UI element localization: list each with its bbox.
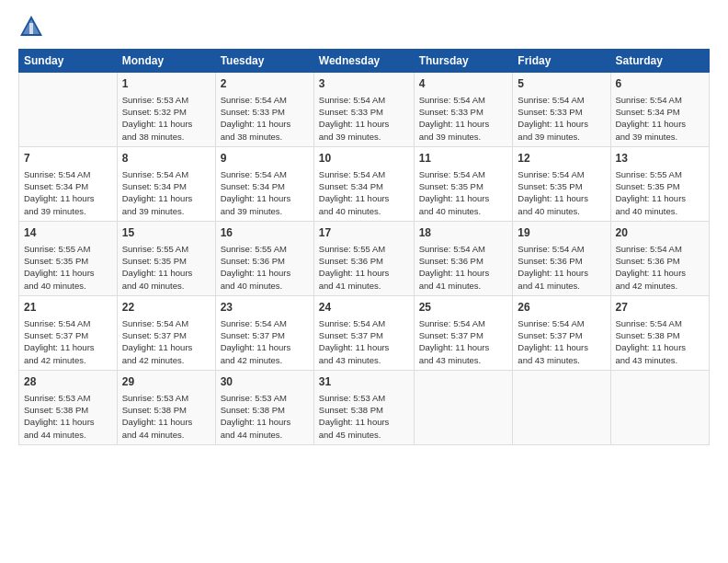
day-number: 17 bbox=[319, 225, 409, 241]
day-number: 26 bbox=[518, 300, 605, 316]
calendar-cell: 14Sunrise: 5:55 AMSunset: 5:35 PMDayligh… bbox=[19, 221, 118, 295]
day-info: Sunrise: 5:54 AMSunset: 5:37 PMDaylight:… bbox=[221, 317, 309, 366]
day-number: 15 bbox=[122, 225, 210, 241]
calendar-cell: 31Sunrise: 5:53 AMSunset: 5:38 PMDayligh… bbox=[313, 370, 414, 444]
day-number: 19 bbox=[518, 225, 605, 241]
week-row-1: 1Sunrise: 5:53 AMSunset: 5:32 PMDaylight… bbox=[19, 73, 710, 147]
weekday-header-tuesday: Tuesday bbox=[215, 50, 313, 73]
calendar-cell: 12Sunrise: 5:54 AMSunset: 5:35 PMDayligh… bbox=[513, 146, 610, 221]
calendar-cell: 17Sunrise: 5:55 AMSunset: 5:36 PMDayligh… bbox=[313, 221, 414, 295]
weekday-header-sunday: Sunday bbox=[19, 50, 118, 73]
calendar-cell: 26Sunrise: 5:54 AMSunset: 5:37 PMDayligh… bbox=[513, 295, 610, 370]
day-number: 24 bbox=[319, 300, 409, 316]
day-info: Sunrise: 5:54 AMSunset: 5:34 PMDaylight:… bbox=[319, 168, 409, 217]
calendar-cell: 1Sunrise: 5:53 AMSunset: 5:32 PMDaylight… bbox=[117, 73, 215, 147]
weekday-header-thursday: Thursday bbox=[414, 50, 513, 73]
day-info: Sunrise: 5:54 AMSunset: 5:37 PMDaylight:… bbox=[419, 317, 508, 366]
weekday-header-monday: Monday bbox=[117, 50, 215, 73]
calendar-cell: 2Sunrise: 5:54 AMSunset: 5:33 PMDaylight… bbox=[215, 73, 313, 147]
day-info: Sunrise: 5:54 AMSunset: 5:34 PMDaylight:… bbox=[221, 168, 309, 217]
day-info: Sunrise: 5:54 AMSunset: 5:37 PMDaylight:… bbox=[518, 317, 605, 366]
day-number: 2 bbox=[221, 76, 309, 92]
day-info: Sunrise: 5:55 AMSunset: 5:35 PMDaylight:… bbox=[616, 168, 705, 217]
day-info: Sunrise: 5:54 AMSunset: 5:35 PMDaylight:… bbox=[518, 168, 605, 217]
day-info: Sunrise: 5:54 AMSunset: 5:33 PMDaylight:… bbox=[419, 94, 508, 143]
week-row-5: 28Sunrise: 5:53 AMSunset: 5:38 PMDayligh… bbox=[19, 370, 710, 444]
day-number: 28 bbox=[24, 374, 112, 390]
calendar-cell: 20Sunrise: 5:54 AMSunset: 5:36 PMDayligh… bbox=[610, 221, 710, 295]
day-number: 30 bbox=[221, 374, 309, 390]
day-info: Sunrise: 5:55 AMSunset: 5:35 PMDaylight:… bbox=[122, 243, 210, 292]
day-info: Sunrise: 5:54 AMSunset: 5:34 PMDaylight:… bbox=[24, 168, 112, 217]
calendar-cell: 7Sunrise: 5:54 AMSunset: 5:34 PMDaylight… bbox=[19, 146, 118, 221]
day-number: 16 bbox=[221, 225, 309, 241]
calendar-cell: 15Sunrise: 5:55 AMSunset: 5:35 PMDayligh… bbox=[117, 221, 215, 295]
calendar-cell bbox=[414, 370, 513, 444]
day-info: Sunrise: 5:55 AMSunset: 5:36 PMDaylight:… bbox=[319, 243, 409, 292]
weekday-header-friday: Friday bbox=[513, 50, 610, 73]
calendar-cell: 28Sunrise: 5:53 AMSunset: 5:38 PMDayligh… bbox=[19, 370, 118, 444]
day-number: 6 bbox=[616, 76, 705, 92]
day-number: 27 bbox=[616, 300, 705, 316]
day-info: Sunrise: 5:54 AMSunset: 5:34 PMDaylight:… bbox=[122, 168, 210, 217]
day-info: Sunrise: 5:54 AMSunset: 5:35 PMDaylight:… bbox=[419, 168, 508, 217]
day-number: 20 bbox=[616, 225, 705, 241]
logo-icon bbox=[18, 14, 44, 40]
day-number: 7 bbox=[24, 151, 112, 167]
calendar-cell: 11Sunrise: 5:54 AMSunset: 5:35 PMDayligh… bbox=[414, 146, 513, 221]
svg-rect-2 bbox=[29, 23, 33, 34]
day-info: Sunrise: 5:54 AMSunset: 5:34 PMDaylight:… bbox=[616, 94, 705, 143]
day-number: 11 bbox=[419, 151, 508, 167]
day-info: Sunrise: 5:54 AMSunset: 5:37 PMDaylight:… bbox=[122, 317, 210, 366]
calendar-cell: 23Sunrise: 5:54 AMSunset: 5:37 PMDayligh… bbox=[215, 295, 313, 370]
calendar-table: SundayMondayTuesdayWednesdayThursdayFrid… bbox=[18, 49, 710, 445]
calendar-cell: 30Sunrise: 5:53 AMSunset: 5:38 PMDayligh… bbox=[215, 370, 313, 444]
day-info: Sunrise: 5:54 AMSunset: 5:33 PMDaylight:… bbox=[518, 94, 605, 143]
calendar-cell: 24Sunrise: 5:54 AMSunset: 5:37 PMDayligh… bbox=[313, 295, 414, 370]
day-info: Sunrise: 5:54 AMSunset: 5:36 PMDaylight:… bbox=[518, 243, 605, 292]
main-container: SundayMondayTuesdayWednesdayThursdayFrid… bbox=[0, 0, 728, 454]
day-info: Sunrise: 5:54 AMSunset: 5:33 PMDaylight:… bbox=[319, 94, 409, 143]
header-area bbox=[18, 14, 710, 40]
calendar-cell: 16Sunrise: 5:55 AMSunset: 5:36 PMDayligh… bbox=[215, 221, 313, 295]
calendar-cell: 27Sunrise: 5:54 AMSunset: 5:38 PMDayligh… bbox=[610, 295, 710, 370]
calendar-cell: 10Sunrise: 5:54 AMSunset: 5:34 PMDayligh… bbox=[313, 146, 414, 221]
day-info: Sunrise: 5:54 AMSunset: 5:37 PMDaylight:… bbox=[319, 317, 409, 366]
day-number: 8 bbox=[122, 151, 210, 167]
day-number: 3 bbox=[319, 76, 409, 92]
calendar-cell: 4Sunrise: 5:54 AMSunset: 5:33 PMDaylight… bbox=[414, 73, 513, 147]
day-info: Sunrise: 5:55 AMSunset: 5:36 PMDaylight:… bbox=[221, 243, 309, 292]
day-number: 5 bbox=[518, 76, 605, 92]
day-number: 4 bbox=[419, 76, 508, 92]
day-info: Sunrise: 5:54 AMSunset: 5:36 PMDaylight:… bbox=[616, 243, 705, 292]
day-info: Sunrise: 5:55 AMSunset: 5:35 PMDaylight:… bbox=[24, 243, 112, 292]
day-number: 14 bbox=[24, 225, 112, 241]
weekday-header-saturday: Saturday bbox=[610, 50, 710, 73]
day-number: 29 bbox=[122, 374, 210, 390]
calendar-cell: 6Sunrise: 5:54 AMSunset: 5:34 PMDaylight… bbox=[610, 73, 710, 147]
day-info: Sunrise: 5:53 AMSunset: 5:38 PMDaylight:… bbox=[122, 392, 210, 441]
day-info: Sunrise: 5:53 AMSunset: 5:38 PMDaylight:… bbox=[221, 392, 309, 441]
day-info: Sunrise: 5:54 AMSunset: 5:38 PMDaylight:… bbox=[616, 317, 705, 366]
day-number: 9 bbox=[221, 151, 309, 167]
calendar-cell bbox=[19, 73, 118, 147]
calendar-cell: 13Sunrise: 5:55 AMSunset: 5:35 PMDayligh… bbox=[610, 146, 710, 221]
day-number: 25 bbox=[419, 300, 508, 316]
day-info: Sunrise: 5:53 AMSunset: 5:38 PMDaylight:… bbox=[319, 392, 409, 441]
day-info: Sunrise: 5:53 AMSunset: 5:32 PMDaylight:… bbox=[122, 94, 210, 143]
day-number: 18 bbox=[419, 225, 508, 241]
calendar-cell bbox=[513, 370, 610, 444]
calendar-cell: 5Sunrise: 5:54 AMSunset: 5:33 PMDaylight… bbox=[513, 73, 610, 147]
day-info: Sunrise: 5:54 AMSunset: 5:33 PMDaylight:… bbox=[221, 94, 309, 143]
calendar-cell: 9Sunrise: 5:54 AMSunset: 5:34 PMDaylight… bbox=[215, 146, 313, 221]
day-info: Sunrise: 5:54 AMSunset: 5:36 PMDaylight:… bbox=[419, 243, 508, 292]
logo bbox=[18, 14, 46, 40]
day-number: 13 bbox=[616, 151, 705, 167]
weekday-header-wednesday: Wednesday bbox=[313, 50, 414, 73]
calendar-cell: 8Sunrise: 5:54 AMSunset: 5:34 PMDaylight… bbox=[117, 146, 215, 221]
calendar-cell: 18Sunrise: 5:54 AMSunset: 5:36 PMDayligh… bbox=[414, 221, 513, 295]
week-row-4: 21Sunrise: 5:54 AMSunset: 5:37 PMDayligh… bbox=[19, 295, 710, 370]
calendar-cell: 25Sunrise: 5:54 AMSunset: 5:37 PMDayligh… bbox=[414, 295, 513, 370]
week-row-2: 7Sunrise: 5:54 AMSunset: 5:34 PMDaylight… bbox=[19, 146, 710, 221]
day-number: 23 bbox=[221, 300, 309, 316]
